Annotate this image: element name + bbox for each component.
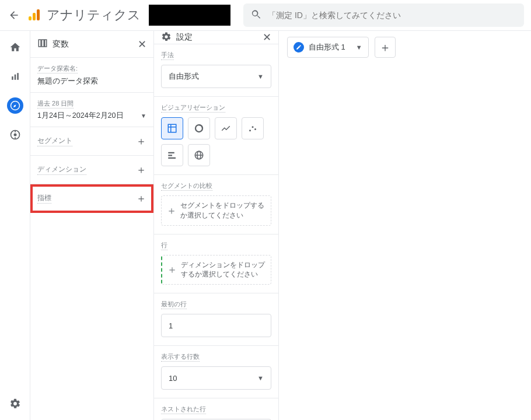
exploration-name-label: データ探索名:	[37, 64, 78, 74]
viz-line-button[interactable]	[215, 117, 237, 139]
first-row-value: 1	[169, 321, 173, 330]
technique-select[interactable]: 自由形式 ▼	[161, 65, 271, 88]
viz-donut-button[interactable]	[188, 117, 210, 139]
segment-drop-text: セグメントをドロップするか選択してください	[180, 201, 266, 220]
nav-advertising[interactable]	[7, 127, 23, 143]
gear-icon	[161, 32, 172, 44]
account-picker[interactable]	[149, 5, 230, 26]
back-button[interactable]	[7, 8, 21, 22]
search-input[interactable]	[268, 10, 517, 20]
svg-rect-4	[14, 75, 16, 80]
rows-show-value: 10	[169, 374, 177, 383]
dimensions-row[interactable]: ディメンション ＋	[30, 156, 153, 184]
visualization-label: ビジュアリゼーション	[161, 103, 225, 113]
nav-admin[interactable]	[7, 396, 23, 412]
chevron-down-icon: ▼	[257, 374, 264, 382]
app-header: アナリティクス	[0, 0, 531, 31]
viz-bar-button[interactable]	[161, 144, 183, 166]
exploration-name-section[interactable]: データ探索名: 無題のデータ探索	[30, 58, 153, 93]
canvas-tab-label: 自由形式 1	[309, 42, 345, 52]
chevron-down-icon: ▼	[257, 73, 264, 80]
segments-row[interactable]: セグメント ＋	[30, 127, 153, 156]
nav-home[interactable]	[7, 39, 23, 55]
ga-logo-icon	[27, 8, 41, 22]
svg-rect-20	[168, 155, 172, 156]
first-row-section: 最初の行 1	[154, 293, 278, 346]
viz-scatter-button[interactable]	[242, 117, 264, 139]
settings-panel-header: 設定 ✕	[154, 31, 278, 44]
rows-show-label: 表示する行数	[161, 352, 200, 362]
left-nav-rail	[0, 31, 30, 420]
rows-drop-text: ディメンションをドロップするか選択してください	[181, 260, 266, 280]
svg-point-8	[13, 134, 16, 136]
svg-rect-10	[42, 40, 44, 47]
exploration-name-value: 無題のデータ探索	[37, 76, 146, 86]
svg-point-17	[252, 126, 254, 128]
technique-section: 手法 自由形式 ▼	[154, 44, 278, 97]
settings-panel: 設定 ✕ 手法 自由形式 ▼ ビジュアリゼーション	[154, 31, 279, 420]
app-title: アナリティクス	[47, 6, 141, 24]
dimensions-label: ディメンション	[37, 164, 86, 175]
metrics-row[interactable]: 指標 ＋	[30, 184, 153, 213]
columns-icon	[37, 38, 48, 50]
segment-dropzone[interactable]: ＋ セグメントをドロップするか選択してください	[161, 195, 271, 226]
svg-rect-1	[33, 13, 36, 20]
close-variables-button[interactable]: ✕	[138, 38, 146, 51]
visualization-section: ビジュアリゼーション	[154, 97, 278, 175]
first-row-label: 最初の行	[161, 300, 187, 309]
variables-title: 変数	[53, 39, 138, 50]
date-range-value: 1月24日～2024年2月20日	[37, 111, 124, 121]
rows-dropzone[interactable]: ＋ ディメンションをドロップするか選択してください	[161, 255, 271, 285]
settings-title: 設定	[176, 32, 263, 43]
rows-label: 行	[161, 241, 167, 250]
plus-icon: ＋	[166, 204, 177, 218]
svg-rect-21	[168, 158, 176, 159]
segment-compare-label: セグメントの比較	[161, 181, 212, 191]
date-range-label: 過去 28 日間	[37, 99, 74, 108]
plus-icon: ＋	[167, 262, 177, 276]
canvas-tabs: 自由形式 1 ▼ ＋	[287, 37, 523, 58]
svg-rect-11	[45, 40, 47, 47]
svg-rect-19	[168, 152, 174, 153]
nested-rows-label: ネストされた行	[161, 405, 206, 414]
segments-label: セグメント	[37, 136, 72, 146]
date-range-section[interactable]: 過去 28 日間 1月24日～2024年2月20日 ▼	[30, 93, 153, 127]
add-segment-button[interactable]: ＋	[136, 134, 146, 148]
first-row-input[interactable]: 1	[161, 314, 271, 337]
technique-value: 自由形式	[169, 71, 199, 82]
svg-rect-0	[29, 16, 32, 20]
svg-rect-12	[168, 124, 176, 132]
canvas-area: 自由形式 1 ▼ ＋	[279, 31, 531, 420]
svg-rect-9	[39, 40, 41, 47]
canvas-tab[interactable]: 自由形式 1 ▼	[287, 37, 369, 58]
svg-point-16	[249, 130, 251, 131]
rows-show-section: 表示する行数 10 ▼	[154, 346, 278, 398]
search-icon	[250, 9, 262, 22]
technique-label: 手法	[161, 51, 174, 60]
nested-rows-section: ネストされた行 No ▼	[154, 398, 278, 420]
variables-panel-header: 変数 ✕	[30, 31, 153, 58]
svg-rect-2	[37, 9, 40, 20]
nav-explore[interactable]	[7, 97, 23, 114]
rows-section: 行 ＋ ディメンションをドロップするか選択してください	[154, 235, 278, 294]
add-tab-button[interactable]: ＋	[375, 37, 396, 58]
search-field[interactable]	[243, 4, 524, 27]
viz-geo-button[interactable]	[188, 144, 210, 166]
segment-compare-section: セグメントの比較 ＋ セグメントをドロップするか選択してください	[154, 175, 278, 235]
chevron-down-icon: ▼	[141, 113, 146, 119]
svg-rect-5	[17, 73, 19, 80]
svg-point-18	[254, 128, 256, 130]
metrics-label: 指標	[37, 193, 51, 204]
close-settings-button[interactable]: ✕	[263, 31, 271, 44]
add-metric-button[interactable]: ＋	[136, 191, 146, 205]
add-dimension-button[interactable]: ＋	[136, 163, 146, 177]
chevron-down-icon: ▼	[356, 44, 362, 51]
nav-reports[interactable]	[7, 68, 23, 85]
variables-panel: 変数 ✕ データ探索名: 無題のデータ探索 過去 28 日間 1月24日～202…	[30, 31, 154, 420]
rows-show-select[interactable]: 10 ▼	[161, 366, 271, 390]
svg-rect-3	[12, 76, 13, 80]
viz-table-button[interactable]	[161, 117, 183, 139]
pencil-icon	[294, 42, 304, 52]
